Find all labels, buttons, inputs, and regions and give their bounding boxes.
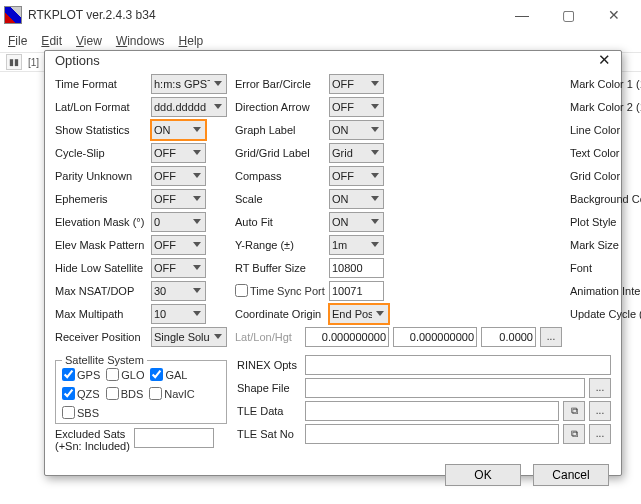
tle-data-view[interactable]: ⧉ — [563, 401, 585, 421]
tle-data-input[interactable] — [305, 401, 559, 421]
sat-system-group: Satellite System GPS GLO GAL QZS BDS Nav… — [55, 354, 227, 424]
shape-label: Shape File — [237, 382, 301, 394]
excl-sats-hint: (+Sn: Included) — [55, 440, 130, 452]
grid-label-select[interactable]: Grid — [329, 143, 384, 163]
upd-cycle-label: Update Cycle (ms) — [570, 308, 641, 320]
font-label: Font — [570, 262, 600, 274]
excl-sats-label: Excluded Sats — [55, 428, 130, 440]
elev-mask-pat-select[interactable]: OFF — [151, 235, 206, 255]
parity-unknown-select[interactable]: OFF — [151, 166, 206, 186]
glo-check[interactable]: GLO — [106, 368, 144, 381]
tle-satno-label: TLE Sat No — [237, 428, 301, 440]
ephemeris-select[interactable]: OFF — [151, 189, 206, 209]
coord-origin-select[interactable]: End Pos — [329, 304, 389, 324]
latlonhgt-browse-button[interactable]: ... — [540, 327, 562, 347]
errbar-label: Error Bar/Circle — [235, 78, 325, 90]
elev-mask-select[interactable]: 0 — [151, 212, 206, 232]
direction-arrow-label: Direction Arrow — [235, 101, 325, 113]
ephemeris-label: Ephemeris — [55, 193, 147, 205]
menu-edit[interactable]: Edit — [41, 34, 62, 48]
grid-color-label: Grid Color — [570, 170, 641, 182]
mark-color1-label: Mark Color 1 (1-6) — [570, 78, 641, 90]
gps-check[interactable]: GPS — [62, 368, 100, 381]
tle-satno-input[interactable] — [305, 424, 559, 444]
tle-data-browse[interactable]: ... — [589, 401, 611, 421]
bg-color-label: Background Color — [570, 193, 641, 205]
hide-low-sat-label: Hide Low Satellite — [55, 262, 147, 274]
receiver-pos-select[interactable]: Single Solut — [151, 327, 227, 347]
qzs-check[interactable]: QZS — [62, 387, 100, 400]
tle-satno-browse[interactable]: ... — [589, 424, 611, 444]
sbs-check[interactable]: SBS — [62, 406, 99, 419]
menu-file[interactable]: File — [8, 34, 27, 48]
yrange-label: Y-Range (±) — [235, 239, 325, 251]
latlonhgt-label: Lat/Lon/Hgt — [235, 331, 301, 343]
grid-label-label: Grid/Grid Label — [235, 147, 325, 159]
elev-mask-label: Elevation Mask (°) — [55, 216, 147, 228]
plot-style-label: Plot Style — [570, 216, 641, 228]
tle-satno-view[interactable]: ⧉ — [563, 424, 585, 444]
shape-browse[interactable]: ... — [589, 378, 611, 398]
rinex-label: RINEX Opts — [237, 359, 301, 371]
text-color-label: Text Color — [570, 147, 641, 159]
shape-input[interactable] — [305, 378, 585, 398]
close-icon[interactable]: ✕ — [598, 51, 611, 69]
line-color-label: Line Color — [570, 124, 641, 136]
navic-check[interactable]: NavIC — [149, 387, 195, 400]
graph-label-select[interactable]: ON — [329, 120, 384, 140]
show-statistics-select[interactable]: ON — [151, 120, 206, 140]
toolbar-gap: [1] — [28, 57, 39, 68]
excl-sats-input[interactable] — [134, 428, 214, 448]
parity-unknown-label: Parity Unknown — [55, 170, 147, 182]
hgt-input — [481, 327, 536, 347]
menu-view[interactable]: View — [76, 34, 102, 48]
cycle-slip-select[interactable]: OFF — [151, 143, 206, 163]
hide-low-sat-select[interactable]: OFF — [151, 258, 206, 278]
close-window-button[interactable]: ✕ — [591, 0, 637, 30]
rtbuf-label: RT Buffer Size — [235, 262, 325, 274]
compass-select[interactable]: OFF — [329, 166, 384, 186]
show-statistics-label: Show Statistics — [55, 124, 147, 136]
lon-input — [393, 327, 477, 347]
menubar: File Edit View Windows Help — [0, 30, 641, 52]
rinex-input[interactable] — [305, 355, 611, 375]
maximize-button[interactable]: ▢ — [545, 0, 591, 30]
minimize-button[interactable]: — — [499, 0, 545, 30]
max-nsat-select[interactable]: 30 — [151, 281, 206, 301]
menu-help[interactable]: Help — [179, 34, 204, 48]
autofit-label: Auto Fit — [235, 216, 325, 228]
cancel-button[interactable]: Cancel — [533, 464, 609, 486]
max-nsat-label: Max NSAT/DOP — [55, 285, 147, 297]
anim-int-label: Animation Interval — [570, 285, 641, 297]
compass-label: Compass — [235, 170, 325, 182]
cycle-slip-label: Cycle-Slip — [55, 147, 147, 159]
titlebar: RTKPLOT ver.2.4.3 b34 — ▢ ✕ — [0, 0, 641, 30]
font-value: Arial Narrow 8pt — [604, 262, 641, 274]
latlon-format-label: Lat/Lon Format — [55, 101, 147, 113]
scale-select[interactable]: ON — [329, 189, 384, 209]
rtbuf-input[interactable] — [329, 258, 384, 278]
ok-button[interactable]: OK — [445, 464, 521, 486]
window-title: RTKPLOT ver.2.4.3 b34 — [28, 8, 499, 22]
lat-input — [305, 327, 389, 347]
latlon-format-select[interactable]: ddd.ddddd — [151, 97, 227, 117]
direction-arrow-select[interactable]: OFF — [329, 97, 384, 117]
errbar-select[interactable]: OFF — [329, 74, 384, 94]
time-sync-port-check[interactable]: Time Sync Port — [235, 284, 325, 297]
time-format-label: Time Format — [55, 78, 147, 90]
autofit-select[interactable]: ON — [329, 212, 384, 232]
options-dialog: Options ✕ Time Format h:m:s GPST Lat/Lon… — [44, 50, 622, 476]
menu-windows[interactable]: Windows — [116, 34, 165, 48]
yrange-select[interactable]: 1m — [329, 235, 384, 255]
elev-mask-pat-label: Elev Mask Pattern — [55, 239, 147, 251]
bds-check[interactable]: BDS — [106, 387, 144, 400]
gal-check[interactable]: GAL — [150, 368, 187, 381]
max-multipath-select[interactable]: 10 — [151, 304, 206, 324]
coord-origin-label: Coordinate Origin — [235, 308, 325, 320]
mark-size-label: Mark Size — [570, 239, 641, 251]
pause-icon[interactable]: ▮▮ — [6, 54, 22, 70]
graph-label-label: Graph Label — [235, 124, 325, 136]
max-multipath-label: Max Multipath — [55, 308, 147, 320]
time-sync-port-input[interactable] — [329, 281, 384, 301]
time-format-select[interactable]: h:m:s GPST — [151, 74, 227, 94]
